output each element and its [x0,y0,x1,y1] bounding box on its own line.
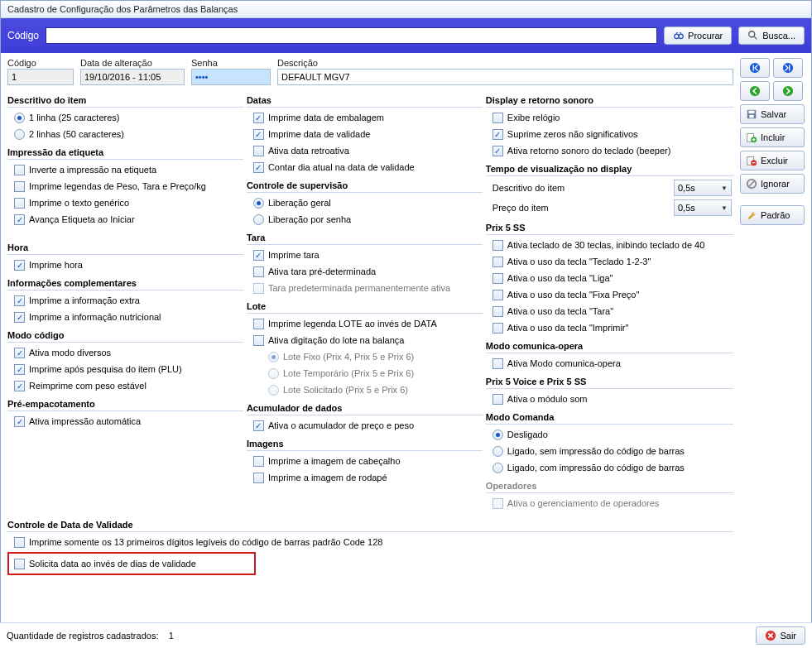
radio-ligado-com[interactable] [492,463,503,473]
chk-data-retro[interactable] [253,146,264,156]
senha-label: Senha [191,58,271,68]
wrench-icon [746,209,757,221]
chk-relogio[interactable] [492,113,503,123]
chk-img-rodape[interactable] [253,473,264,483]
radio-2linhas[interactable] [14,129,25,140]
section-controle-sup: Controle de supervisão [247,179,483,193]
chk-imprime-hora[interactable]: ✓ [14,260,25,271]
chk-teclado30[interactable] [492,240,503,251]
save-icon [746,108,757,120]
chevron-down-icon: ▼ [721,185,728,192]
chk-legendas[interactable] [14,181,25,192]
chk-tecla-fixa[interactable] [492,290,503,300]
salvar-button[interactable]: Salvar [740,104,805,124]
radio-lib-senha[interactable] [253,214,264,225]
tempo-preco-select[interactable]: 0,5s▼ [674,199,732,216]
ignorar-button[interactable]: Ignorar [740,174,805,194]
radio-desligado[interactable] [492,430,503,440]
window-titlebar: Cadastro de Configuração dos Parâmetros … [1,1,811,18]
window-title: Cadastro de Configuração dos Parâmetros … [7,4,238,14]
chk-tecla-123[interactable] [492,257,503,267]
section-preempac: Pré-empacotamento [7,397,243,411]
chk-data-val[interactable]: ✓ [253,129,264,140]
data-alt-input [80,69,185,85]
radio-1linha[interactable] [14,113,25,123]
tempo-descritivo-label: Descritivo do item [492,183,667,193]
delete-icon [746,155,757,166]
nav-last-button[interactable] [773,58,803,78]
excluir-button[interactable]: Excluir [740,151,805,170]
chk-reimprime[interactable]: ✓ [14,381,25,391]
padrao-button[interactable]: Padrão [740,205,805,225]
search-icon [747,30,759,41]
nav-next-button[interactable] [773,81,803,101]
tempo-descritivo-select[interactable]: 0,5s▼ [674,180,732,196]
highlight-solicita-data: Solicita data ao invés de dias de valida… [7,552,256,575]
chk-avanca[interactable]: ✓ [14,214,25,225]
chk-beeper[interactable]: ✓ [492,146,503,156]
chk-imprime-apos[interactable]: ✓ [14,364,25,375]
chk-lote-dig[interactable] [253,335,264,346]
radio-lib-geral[interactable] [253,198,264,209]
chk-tecla-tara[interactable] [492,306,503,317]
section-controle-validade: Controle de Data de Validade [7,518,733,532]
nav-first-button[interactable] [740,58,770,78]
descricao-input[interactable] [277,69,733,85]
section-impressao: Impressão da etiqueta [7,146,243,160]
bottom-section: Controle de Data de Validade Imprime som… [7,511,733,578]
chk-info-nutri[interactable]: ✓ [14,312,25,323]
section-acumulador: Acumulador de dados [247,401,483,415]
section-imagens: Imagens [247,437,483,451]
chk-inverte[interactable] [14,165,25,175]
busca-button[interactable]: Busca... [738,26,805,45]
svg-point-1 [679,34,683,38]
chk-img-cabecalho[interactable] [253,456,264,467]
chk-solicita-data[interactable] [14,559,25,569]
section-datas: Datas [247,94,483,108]
chk-tara-pre[interactable] [253,266,264,277]
svg-point-0 [675,34,679,38]
last-icon [782,62,794,74]
sair-button[interactable]: Sair [756,626,805,645]
chk-imprime-tara[interactable]: ✓ [253,250,264,261]
search-codigo-input[interactable] [46,27,657,44]
footer: Quantidade de registros cadastrados: 1 S… [0,622,812,648]
chk-lote-legenda[interactable] [253,319,264,329]
chk-info-extra[interactable]: ✓ [14,295,25,306]
section-prix5ss: Prix 5 SS [486,221,733,235]
chk-comunica-opera[interactable] [492,358,503,369]
chk-tara-perm [253,283,264,294]
ignore-icon [746,178,757,190]
section-info: Informações complementares [7,276,243,290]
side-toolbar: Salvar Incluir Excluir Ignorar Padrão [740,58,805,578]
chk-suprime-zeros[interactable]: ✓ [492,129,503,140]
chevron-down-icon: ▼ [721,204,728,212]
svg-rect-8 [749,111,755,114]
chk-texto-generico[interactable] [14,198,25,209]
search-codigo-label: Código [7,30,39,41]
data-alt-label: Data de alteração [80,58,185,68]
nav-prev-button[interactable] [740,81,770,101]
chk-tecla-imprimir[interactable] [492,323,503,334]
radio-ligado-sem[interactable] [492,446,503,457]
chk-modo-diversos[interactable]: ✓ [14,348,25,358]
codigo-input[interactable] [7,69,74,85]
chk-modulo-som[interactable] [492,394,503,405]
next-icon [782,85,794,97]
procurar-button[interactable]: Procurar [664,26,732,45]
chk-tecla-liga[interactable] [492,273,503,284]
section-hora: Hora [7,241,243,255]
section-comanda: Modo Comanda [486,410,733,425]
incluir-button[interactable]: Incluir [740,127,805,147]
add-icon [746,132,757,143]
chk-contar-dia[interactable]: ✓ [253,162,264,173]
chk-code128[interactable] [14,537,25,548]
radio-lote-fixo [268,352,279,362]
chk-data-emb[interactable]: ✓ [253,113,264,123]
chk-pre-auto[interactable]: ✓ [14,416,25,427]
chk-acumulador[interactable]: ✓ [253,420,264,431]
section-comunica: Modo comunica-opera [486,339,733,353]
binoculars-icon [673,30,685,41]
senha-input[interactable] [191,69,271,85]
descricao-label: Descrição [277,58,733,68]
